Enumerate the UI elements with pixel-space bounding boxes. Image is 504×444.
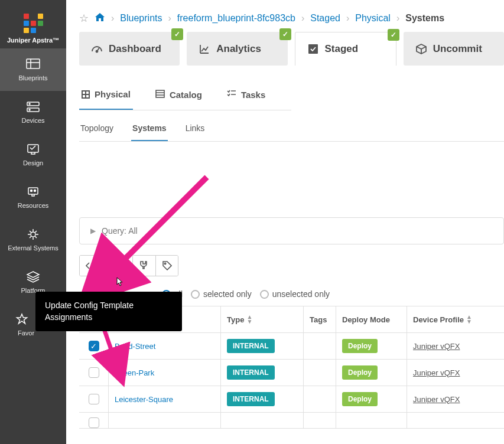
table-row: Leicester-Square INTERNAL Deploy Juniper… [79, 386, 504, 413]
row-checkbox[interactable] [89, 394, 99, 404]
config-template-button[interactable] [80, 256, 102, 276]
svg-point-7 [31, 190, 32, 192]
deploy-badge: Deploy [342, 365, 378, 380]
filter-label: selected only [203, 289, 252, 299]
sort-icon[interactable]: ▲▼ [466, 315, 472, 324]
tab-analytics[interactable]: Analytics ✓ [187, 32, 287, 66]
svg-line-14 [118, 177, 207, 266]
tab-dashboard[interactable]: Dashboard ✓ [79, 32, 180, 66]
type-badge: INTERNAL [227, 339, 275, 353]
breadcrumb-link[interactable]: Staged [310, 13, 340, 24]
svg-rect-12 [156, 90, 164, 97]
list-icon [155, 90, 165, 100]
table-row [79, 413, 504, 429]
ok-badge: ✓ [171, 28, 183, 40]
svg-point-3 [29, 103, 30, 105]
cursor-icon [115, 277, 124, 290]
subtab-label: Tasks [241, 90, 265, 100]
radio-icon [191, 290, 200, 299]
row-checkbox[interactable] [89, 367, 99, 378]
col-type[interactable]: Type [227, 315, 244, 324]
type-badge: INTERNAL [227, 365, 275, 380]
svg-rect-6 [28, 188, 38, 194]
breadcrumb-sep: › [301, 13, 304, 24]
subtab-tasks[interactable]: Tasks [225, 80, 268, 110]
platform-icon [25, 270, 41, 283]
subtab-label: Catalog [170, 90, 202, 100]
sort-icon[interactable]: ▲▼ [246, 315, 252, 324]
breadcrumb-link[interactable]: Blueprints [120, 13, 162, 24]
sidebar-item-blueprints[interactable]: Blueprints [0, 48, 66, 91]
breadcrumb-link[interactable]: freeform_blueprint-8fc983cb [177, 13, 295, 24]
sidebar-item-resources[interactable]: Resources [0, 176, 66, 218]
breadcrumb: ☆ › Blueprints › freeform_blueprint-8fc9… [79, 12, 504, 25]
staged-icon [307, 43, 319, 55]
brand-text: Juniper Apstra™ [0, 37, 66, 44]
system-name-link[interactable]: Leicester-Square [115, 395, 173, 404]
breadcrumb-current: Systems [405, 13, 444, 24]
blueprints-icon [25, 58, 41, 71]
svg-point-9 [31, 232, 35, 237]
breadcrumb-sep: › [346, 13, 349, 24]
sidebar-item-external[interactable]: External Systems [0, 218, 66, 261]
col-deploy[interactable]: Deploy Mode [342, 315, 390, 324]
home-icon[interactable] [95, 12, 105, 24]
svg-point-4 [29, 109, 30, 110]
sidebar-label: Design [23, 159, 43, 166]
tab-staged[interactable]: Staged ✓ [295, 32, 396, 66]
filter-label: unselected only [272, 289, 330, 299]
breadcrumb-sep: › [111, 13, 114, 24]
subtab-label: Physical [95, 89, 131, 99]
system-name-link[interactable]: Green-Park [115, 368, 154, 377]
profile-link[interactable]: Juniper vQFX [413, 342, 460, 351]
tab-label: Uncommit [433, 43, 482, 55]
svg-point-8 [34, 190, 36, 192]
tab-label: Dashboard [109, 43, 161, 55]
brand-logo: Juniper Apstra™ [0, 0, 66, 48]
filter-unselected[interactable]: unselected only [260, 289, 330, 299]
deploy-badge: Deploy [342, 392, 378, 406]
breadcrumb-sep: › [168, 13, 171, 24]
tab-label: Staged [325, 43, 359, 55]
sidebar-label: Blueprints [19, 74, 48, 81]
top-tabs: Dashboard ✓ Analytics ✓ Staged ✓ Uncommi… [79, 32, 504, 66]
subtab-catalog[interactable]: Catalog [153, 80, 204, 110]
filter-selected[interactable]: selected only [191, 289, 252, 299]
tab-label: Analytics [216, 43, 261, 55]
svg-point-10 [96, 50, 98, 52]
chevron-right-icon: ▶ [90, 227, 96, 235]
col-tags[interactable]: Tags [310, 315, 327, 324]
ok-badge: ✓ [388, 29, 399, 41]
sub-tabs: Physical Catalog Tasks [79, 80, 291, 110]
star-icon [14, 313, 30, 326]
subtab-physical[interactable]: Physical [79, 80, 133, 110]
breadcrumb-link[interactable]: Physical [355, 13, 391, 24]
sidebar-item-devices[interactable]: Devices [0, 91, 66, 133]
thirdtab-links[interactable]: Links [184, 119, 206, 141]
col-profile[interactable]: Device Profile [413, 315, 464, 324]
sidebar-label: Devices [21, 117, 44, 124]
design-icon [25, 143, 41, 156]
thirdtab-systems[interactable]: Systems [131, 119, 168, 141]
ok-badge: ✓ [279, 28, 291, 40]
tooltip: Update Config Template Assignments [35, 292, 182, 331]
breadcrumb-sep: › [396, 13, 399, 24]
tab-uncommitted[interactable]: Uncommit [404, 32, 504, 66]
svg-rect-0 [27, 59, 40, 68]
type-badge: INTERNAL [227, 392, 275, 406]
profile-link[interactable]: Juniper vQFX [413, 395, 460, 404]
thirdtab-topology[interactable]: Topology [79, 119, 115, 141]
profile-link[interactable]: Juniper vQFX [413, 368, 460, 377]
sidebar-label: Favor [18, 329, 34, 337]
deploy-badge: Deploy [342, 339, 378, 353]
row-checkbox[interactable] [89, 417, 99, 428]
radio-icon [260, 290, 269, 299]
svg-rect-11 [308, 44, 318, 54]
table-row: ✓ Bond-Street INTERNAL Deploy Juniper vQ… [79, 333, 504, 360]
third-tabs: Topology Systems Links [79, 119, 504, 142]
box-icon [415, 43, 427, 55]
grid-icon [82, 90, 90, 99]
sidebar-item-design[interactable]: Design [0, 133, 66, 176]
devices-icon [25, 100, 41, 113]
favorite-star-icon[interactable]: ☆ [79, 12, 89, 25]
